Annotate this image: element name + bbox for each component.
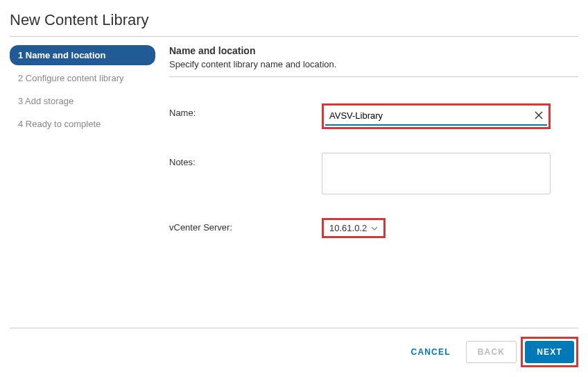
cancel-button[interactable]: CANCEL [400,342,462,362]
name-label: Name: [169,103,322,118]
section-divider [169,76,578,77]
name-input-wrap [325,107,547,126]
main-panel: Name and location Specify content librar… [155,45,578,262]
clear-icon[interactable] [535,110,543,122]
notes-label: Notes: [169,153,322,167]
name-field-highlight [322,103,551,129]
vcenter-server-label: vCenter Server: [169,218,322,233]
vcenter-server-dropdown[interactable]: 10.61.0.2 [322,218,386,238]
step-configure-content-library: 2 Configure content library [10,68,155,88]
step-ready-to-complete: 4 Ready to complete [10,114,155,134]
step-name-and-location[interactable]: 1 Name and location [10,45,155,65]
vcenter-server-value: 10.61.0.2 [329,223,367,233]
title-divider [10,36,578,37]
step-add-storage: 3 Add storage [10,91,155,111]
section-heading: Name and location [169,45,578,56]
chevron-down-icon [371,226,378,231]
name-input[interactable] [325,107,547,124]
wizard-steps-sidebar: 1 Name and location 2 Configure content … [10,45,155,262]
back-button: BACK [466,341,517,363]
next-button[interactable]: NEXT [525,341,574,363]
section-subheading: Specify content library name and locatio… [169,59,578,69]
dialog-footer: CANCEL BACK NEXT [10,328,578,367]
dialog-title: New Content Library [10,8,578,36]
notes-textarea[interactable] [322,153,551,194]
next-button-highlight: NEXT [521,337,578,367]
